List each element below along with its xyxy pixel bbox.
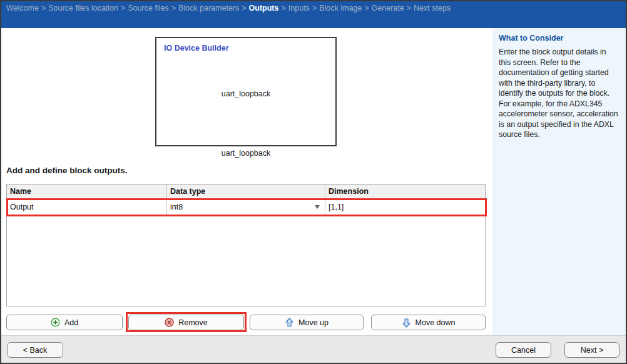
move-up-button[interactable]: Move up [250,315,364,330]
arrow-down-icon [402,318,411,328]
remove-button[interactable]: Remove [128,315,244,330]
breadcrumb-inputs[interactable]: Inputs [288,4,310,13]
page-instruction: Add and define block outputs. [6,166,128,175]
breadcrumb-separator: > [282,4,286,13]
dimension-cell[interactable]: [1,1] [325,200,485,215]
breadcrumb-source-files-location[interactable]: Source files location [48,4,118,13]
next-button[interactable]: Next > [564,342,619,358]
table-row[interactable]: Output int8 [1,1] [7,200,485,215]
breadcrumb-generate[interactable]: Generate [372,4,404,13]
breadcrumb-separator: > [312,4,317,13]
remove-icon [165,318,174,327]
breadcrumb-separator: > [407,4,411,13]
block-preview-title: IO Device Builder [164,44,229,53]
footer-bar: < Back Cancel Next > [1,335,626,363]
move-up-button-label: Move up [298,318,329,327]
outputs-table-header: Name Data type Dimension [7,185,485,200]
sidebar-title: What to Consider [499,34,619,43]
cancel-button[interactable]: Cancel [496,342,551,358]
wizard-header: Welcome>Source files location>Source fil… [1,1,626,28]
back-button[interactable]: < Back [7,342,63,358]
breadcrumb-source-files[interactable]: Source files [128,4,168,13]
breadcrumb-separator: > [171,4,176,13]
column-header-data-type: Data type [167,185,325,199]
chevron-down-icon[interactable] [315,205,320,209]
breadcrumb-separator: > [364,4,369,13]
breadcrumb-next-steps[interactable]: Next steps [414,4,451,13]
data-type-dropdown[interactable]: int8 [167,200,325,215]
breadcrumb-separator: > [242,4,246,13]
add-icon [51,318,60,327]
breadcrumb-separator: > [121,4,125,13]
block-preview: IO Device Builder uart_loopback [155,37,337,146]
breadcrumb-block-parameters[interactable]: Block parameters [178,4,239,13]
arrow-up-icon [285,318,294,328]
data-type-value: int8 [170,203,183,211]
sidebar-body-text: Enter the block output details in this s… [499,47,619,140]
add-button[interactable]: Add [6,315,123,330]
remove-button-label: Remove [178,318,208,327]
column-header-dimension: Dimension [325,185,485,199]
help-sidebar: What to Consider Enter the block output … [492,28,626,335]
outputs-table: Name Data type Dimension Output int8 [1,… [6,184,486,306]
breadcrumb: Welcome>Source files location>Source fil… [6,4,451,13]
breadcrumb-outputs-current[interactable]: Outputs [249,4,279,13]
breadcrumb-block-image[interactable]: Block image [319,4,362,13]
io-device-builder-window: Welcome>Source files location>Source fil… [0,0,627,364]
breadcrumb-welcome[interactable]: Welcome [6,4,39,13]
add-button-label: Add [64,318,78,327]
move-down-button-label: Move down [415,318,456,327]
breadcrumb-separator: > [41,4,46,13]
output-name-cell[interactable]: Output [7,200,167,215]
block-caption: uart_loopback [155,149,337,158]
column-header-name: Name [7,185,167,199]
block-preview-label: uart_loopback [156,89,335,98]
move-down-button[interactable]: Move down [371,315,486,330]
